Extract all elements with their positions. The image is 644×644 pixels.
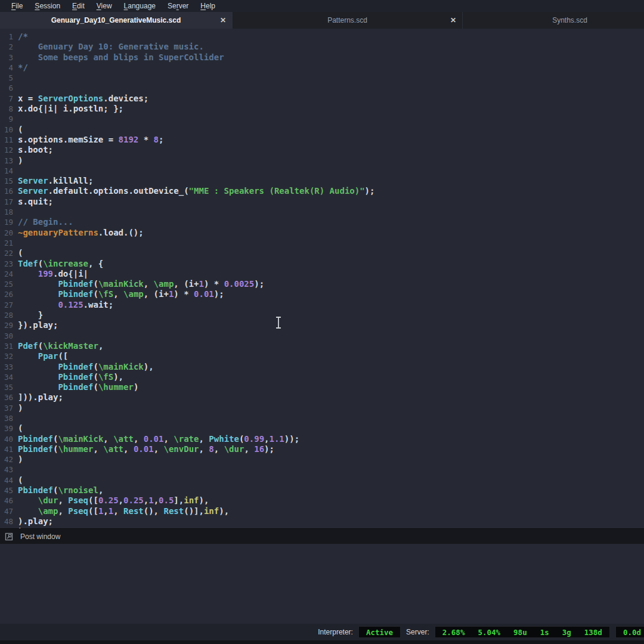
menu-file[interactable]: File xyxy=(6,1,28,11)
code-line[interactable]: 47 \amp, Pseq([1,1, Rest(), Rest()],inf)… xyxy=(0,506,644,516)
code-line[interactable]: 21 xyxy=(0,238,644,248)
line-number: 21 xyxy=(0,238,13,248)
code-line[interactable]: 1/* xyxy=(0,32,644,42)
code-line[interactable]: 45Pbindef(\rnoisel, xyxy=(0,485,644,496)
code-editor[interactable]: 1/*2 Genuary Day 10: Generative music.3 … xyxy=(0,29,644,528)
code-line[interactable]: 3 Some beeps and blips in SuperCollider xyxy=(0,52,644,63)
code-line[interactable]: 30 xyxy=(0,331,644,341)
post-window-content[interactable] xyxy=(0,544,644,624)
code-line[interactable]: 46 \dur, Pseq([0.25,0.25,1,0.5],inf), xyxy=(0,496,644,506)
code-text: Pbindef(\fS, \amp, (i+1) * 0.01); xyxy=(13,289,224,299)
code-line[interactable]: 20~genuaryPatterns.load.(); xyxy=(0,228,644,238)
code-line[interactable]: 2 Genuary Day 10: Generative music. xyxy=(0,42,644,52)
code-text xyxy=(13,331,18,341)
tab-close-icon[interactable]: ✕ xyxy=(450,17,456,24)
code-line[interactable]: 48).play; xyxy=(0,516,644,527)
code-text: Pbindef(\hummer, \att, 0.01, \envDur, 8,… xyxy=(13,444,274,454)
code-line[interactable]: 13) xyxy=(0,156,644,166)
code-line[interactable]: 32 Ppar([ xyxy=(0,351,644,361)
code-line[interactable]: 18 xyxy=(0,207,644,217)
tab-patterns-scd[interactable]: Patterns.scd✕ xyxy=(233,12,463,29)
code-line[interactable]: 22( xyxy=(0,248,644,258)
code-line[interactable]: 11s.options.memSize = 8192 * 8; xyxy=(0,135,644,145)
menu-help[interactable]: Help xyxy=(195,1,221,11)
code-line[interactable]: 33 Pbindef(\mainKick), xyxy=(0,362,644,372)
line-number: 3 xyxy=(0,52,13,63)
code-line[interactable]: 8x.do{|i| i.postln; }; xyxy=(0,104,644,114)
code-line[interactable]: 35 Pbindef(\hummer) xyxy=(0,382,644,392)
code-line[interactable]: 23Tdef(\increase, { xyxy=(0,259,644,269)
code-line[interactable]: 29}).play; xyxy=(0,320,644,330)
line-number: 6 xyxy=(0,83,13,93)
line-number: 10 xyxy=(0,125,13,135)
server-stat: 138d xyxy=(584,628,602,637)
code-text: Tdef(\increase, { xyxy=(13,259,103,269)
code-text: ~genuaryPatterns.load.(); xyxy=(13,228,144,238)
menu-view[interactable]: View xyxy=(91,1,117,11)
detach-icon[interactable] xyxy=(5,532,13,541)
menu-bar: FileSessionEditViewLanguageServerHelp xyxy=(0,0,644,12)
code-text xyxy=(13,413,18,423)
line-number: 36 xyxy=(0,392,13,402)
menu-edit[interactable]: Edit xyxy=(67,1,90,11)
post-window-title: Post window xyxy=(20,532,60,541)
code-line[interactable]: 24 199.do{|i| xyxy=(0,269,644,279)
line-number: 15 xyxy=(0,176,13,186)
code-line[interactable]: 37) xyxy=(0,403,644,413)
code-line[interactable]: 17s.quit; xyxy=(0,197,644,207)
code-line[interactable]: 26 Pbindef(\fS, \amp, (i+1) * 0.01); xyxy=(0,289,644,299)
code-line[interactable]: 6 xyxy=(0,83,644,93)
code-line[interactable]: 36])).play; xyxy=(0,392,644,402)
code-text: /* xyxy=(13,32,28,42)
line-number: 44 xyxy=(0,475,13,485)
code-line[interactable]: 15Server.killAll; xyxy=(0,176,644,186)
tab-synths-scd[interactable]: Synths.scd xyxy=(463,12,644,29)
code-line[interactable]: 31Pdef(\kickMaster, xyxy=(0,341,644,351)
line-number: 48 xyxy=(0,516,13,527)
code-text: ])).play; xyxy=(13,392,63,402)
code-line[interactable]: 10( xyxy=(0,125,644,135)
code-text: Pbindef(\fS), xyxy=(13,372,123,382)
tab-close-icon[interactable]: ✕ xyxy=(220,17,226,24)
code-line[interactable]: 16Server.default.options.outDevice_("MME… xyxy=(0,186,644,196)
line-number: 25 xyxy=(0,279,13,289)
code-line[interactable]: 19// Begin... xyxy=(0,217,644,227)
code-line[interactable]: 7x = ServerOptions.devices; xyxy=(0,94,644,104)
line-number: 27 xyxy=(0,300,13,310)
code-text: Some beeps and blips in SuperCollider xyxy=(13,52,224,63)
tab-genuary-day10-generativemusic-scd[interactable]: Genuary_Day10_GenerativeMusic.scd✕ xyxy=(0,12,233,29)
menu-session[interactable]: Session xyxy=(29,1,66,11)
line-number: 18 xyxy=(0,207,13,217)
code-line[interactable]: 5 xyxy=(0,73,644,83)
line-number: 5 xyxy=(0,73,13,83)
code-text: \amp, Pseq([1,1, Rest(), Rest()],inf), xyxy=(13,506,229,516)
line-number: 37 xyxy=(0,403,13,413)
menu-language[interactable]: Language xyxy=(119,1,161,11)
menu-server[interactable]: Server xyxy=(162,1,194,11)
code-line[interactable]: 27 0.125.wait; xyxy=(0,300,644,310)
code-line[interactable]: 34 Pbindef(\fS), xyxy=(0,372,644,382)
line-number: 12 xyxy=(0,145,13,155)
code-line[interactable]: 38 xyxy=(0,413,644,423)
code-text: Pbindef(\mainKick, \att, 0.01, \rate, Pw… xyxy=(13,434,299,444)
code-line[interactable]: 41Pbindef(\hummer, \att, 0.01, \envDur, … xyxy=(0,444,644,454)
interpreter-status-badge[interactable]: Active xyxy=(358,626,401,638)
server-stat: 5.04% xyxy=(478,628,500,637)
bottom-edge xyxy=(0,640,644,644)
server-stats[interactable]: 2.68%5.04%98u1s3g138d xyxy=(435,626,610,638)
volume-indicator[interactable]: 0.0d xyxy=(615,626,644,638)
code-text: Pbindef(\hummer) xyxy=(13,382,138,392)
code-line[interactable]: 14 xyxy=(0,166,644,176)
code-line[interactable]: 12s.boot; xyxy=(0,145,644,155)
code-line[interactable]: 44( xyxy=(0,475,644,485)
code-text: ) xyxy=(13,454,23,465)
code-line[interactable]: 28 } xyxy=(0,310,644,320)
code-line[interactable]: 42) xyxy=(0,454,644,465)
code-text: 199.do{|i| xyxy=(13,269,88,279)
code-line[interactable]: 25 Pbindef(\mainKick, \amp, (i+1) * 0.00… xyxy=(0,279,644,289)
code-line[interactable]: 43 xyxy=(0,465,644,475)
code-line[interactable]: 40Pbindef(\mainKick, \att, 0.01, \rate, … xyxy=(0,434,644,444)
code-line[interactable]: 9 xyxy=(0,114,644,124)
code-line[interactable]: 4*/ xyxy=(0,63,644,73)
code-line[interactable]: 39( xyxy=(0,423,644,434)
